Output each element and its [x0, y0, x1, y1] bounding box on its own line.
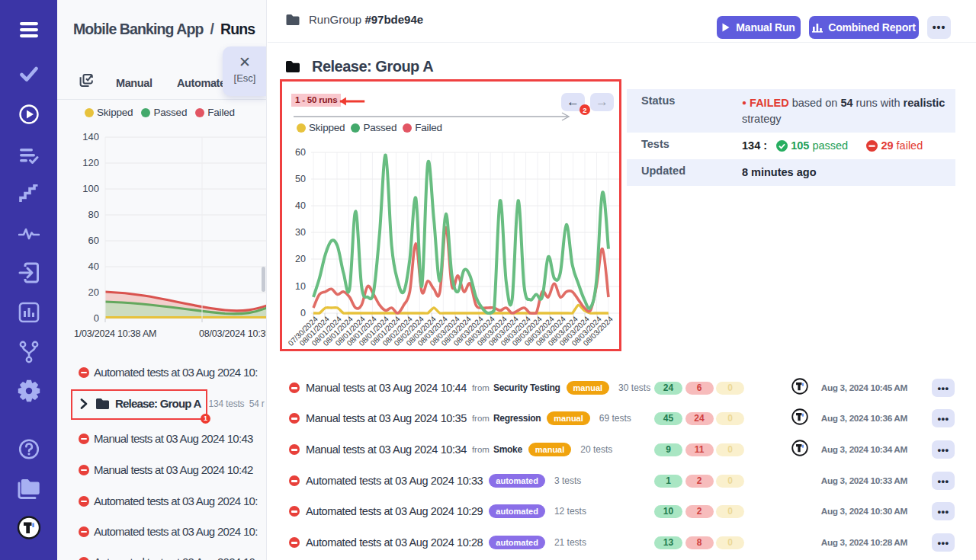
svg-text:20: 20	[295, 254, 306, 264]
svg-text:08/03/2024 10:39 AM: 08/03/2024 10:39 AM	[199, 328, 267, 339]
svg-text:80: 80	[88, 209, 99, 220]
svg-text:50: 50	[295, 174, 306, 184]
svg-text:0: 0	[300, 308, 306, 318]
svg-text:20: 20	[88, 286, 99, 298]
svg-text:30: 30	[295, 227, 306, 238]
svg-text:0: 0	[94, 312, 99, 324]
svg-text:40: 40	[88, 261, 99, 272]
svg-text:1/03/2024 10:38 AM: 1/03/2024 10:38 AM	[74, 328, 156, 339]
svg-text:140: 140	[82, 131, 99, 142]
svg-text:60: 60	[88, 235, 99, 246]
svg-text:120: 120	[82, 157, 99, 168]
svg-text:40: 40	[295, 200, 306, 211]
svg-text:100: 100	[82, 183, 99, 194]
svg-text:60: 60	[295, 147, 306, 158]
svg-text:10: 10	[295, 281, 306, 292]
